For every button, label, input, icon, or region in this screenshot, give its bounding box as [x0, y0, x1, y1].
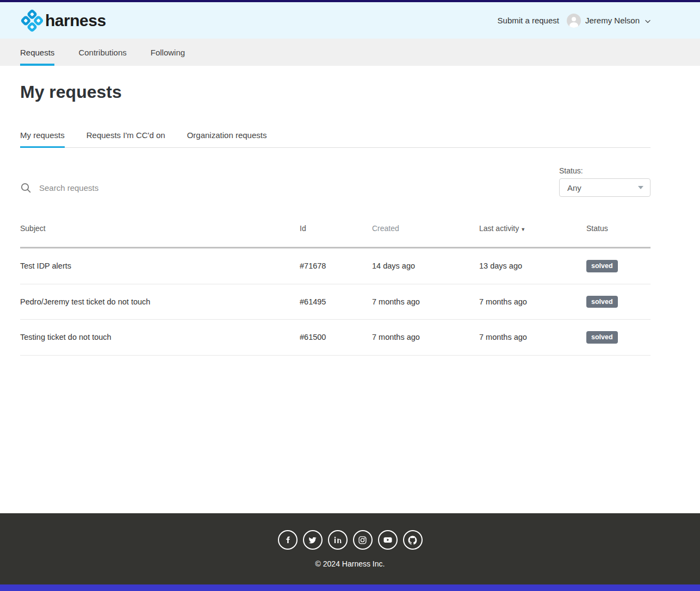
list-controls: Status: Any — [20, 166, 651, 197]
submit-request-link[interactable]: Submit a request — [498, 16, 559, 25]
status-badge: solved — [586, 296, 618, 308]
search-icon — [20, 182, 32, 194]
facebook-icon[interactable] — [278, 530, 298, 550]
site-header: harness Submit a request Jeremy Nelson — [0, 2, 700, 39]
status-filter-label: Status: — [559, 166, 651, 175]
nav-tab-requests[interactable]: Requests — [20, 39, 54, 66]
youtube-icon[interactable] — [378, 530, 398, 550]
request-created: 7 months ago — [372, 320, 479, 356]
search-input[interactable] — [38, 183, 267, 193]
col-header-subject[interactable]: Subject — [20, 220, 300, 248]
tab-requests-ccd[interactable]: Requests I'm CC'd on — [86, 125, 165, 147]
user-name: Jeremy Nelson — [585, 16, 640, 25]
request-subject-link[interactable]: Pedro/Jeremy test ticket do not touch — [20, 284, 300, 320]
request-last-activity: 7 months ago — [479, 320, 586, 356]
sort-desc-icon: ▼ — [521, 227, 525, 232]
nav-tab-contributions[interactable]: Contributions — [78, 39, 126, 66]
table-row: Testing ticket do not touch #61500 7 mon… — [20, 320, 651, 356]
col-header-id[interactable]: Id — [300, 220, 372, 248]
table-header-row: Subject Id Created Last activity▼ Status — [20, 220, 651, 248]
chevron-down-icon — [645, 16, 651, 26]
avatar — [567, 14, 581, 28]
status-badge: solved — [586, 331, 618, 344]
caret-down-icon — [638, 186, 643, 189]
logo-text: harness — [45, 11, 106, 30]
nav-tab-following[interactable]: Following — [151, 39, 185, 66]
request-created: 7 months ago — [372, 284, 479, 320]
request-id: #61495 — [300, 284, 372, 320]
harness-logo[interactable]: harness — [20, 9, 106, 33]
col-header-last-activity[interactable]: Last activity▼ — [479, 220, 586, 248]
tab-my-requests[interactable]: My requests — [20, 125, 65, 147]
twitter-icon[interactable] — [303, 530, 323, 550]
status-badge: solved — [586, 260, 618, 272]
search-box — [20, 182, 267, 197]
site-footer: © 2024 Harness Inc. — [0, 513, 700, 584]
primary-nav: Requests Contributions Following — [0, 39, 700, 66]
harness-logo-icon — [20, 9, 44, 33]
requests-table: Subject Id Created Last activity▼ Status… — [20, 220, 651, 356]
col-header-created[interactable]: Created — [372, 220, 479, 248]
table-row: Test IDP alerts #71678 14 days ago 13 da… — [20, 248, 651, 284]
status-select-value: Any — [567, 183, 581, 192]
user-menu[interactable]: Jeremy Nelson — [567, 14, 651, 28]
tab-organization-requests[interactable]: Organization requests — [187, 125, 267, 147]
status-select[interactable]: Any — [559, 178, 651, 197]
col-header-status[interactable]: Status — [586, 220, 651, 248]
request-subject-link[interactable]: Test IDP alerts — [20, 248, 300, 284]
social-links — [0, 530, 700, 550]
linkedin-icon[interactable] — [328, 530, 348, 550]
bottom-accent-strip — [0, 584, 700, 591]
request-id: #61500 — [300, 320, 372, 356]
copyright-text: © 2024 Harness Inc. — [0, 559, 700, 568]
col-header-last-activity-label: Last activity — [479, 224, 519, 233]
request-last-activity: 13 days ago — [479, 248, 586, 284]
status-filter: Status: Any — [559, 166, 651, 197]
request-created: 14 days ago — [372, 248, 479, 284]
instagram-icon[interactable] — [353, 530, 373, 550]
table-row: Pedro/Jeremy test ticket do not touch #6… — [20, 284, 651, 320]
github-icon[interactable] — [403, 530, 423, 550]
request-subject-link[interactable]: Testing ticket do not touch — [20, 320, 300, 356]
page-title: My requests — [20, 82, 651, 102]
request-id: #71678 — [300, 248, 372, 284]
request-last-activity: 7 months ago — [479, 284, 586, 320]
main-content: My requests My requests Requests I'm CC'… — [0, 66, 700, 513]
request-tabs: My requests Requests I'm CC'd on Organiz… — [20, 125, 651, 148]
